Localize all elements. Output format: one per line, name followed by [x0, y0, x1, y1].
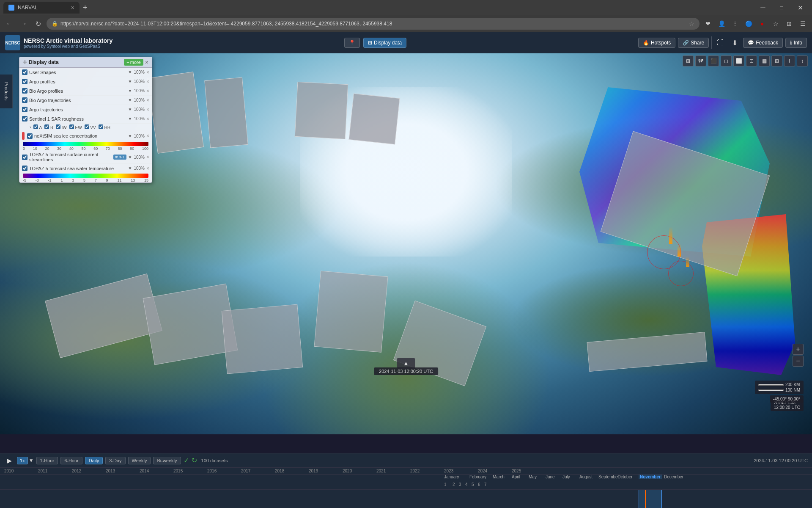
bookmark-icon[interactable]: ☆ [689, 20, 694, 27]
topaz-temp-checkbox[interactable] [22, 166, 27, 171]
browser-icon-6[interactable]: ☆ [770, 18, 782, 30]
window-close-btn[interactable]: ✕ [792, 2, 809, 14]
share-button[interactable]: 🔗 Share [678, 38, 709, 48]
browser-icon-7[interactable]: ⊞ [783, 18, 795, 30]
tool-btn-9[interactable]: T [784, 55, 795, 66]
tool-btn-10[interactable]: ↕ [797, 55, 808, 66]
bio-argo-profiles-remove[interactable]: × [146, 88, 149, 94]
extensions-icon[interactable]: ❤ [702, 18, 714, 30]
zoom-out-button[interactable]: − [793, 356, 804, 367]
sentinel-sar-checkbox[interactable] [22, 116, 27, 121]
bio-argo-traj-remove[interactable]: × [146, 97, 149, 103]
interval-daily-btn[interactable]: Daily [85, 457, 103, 464]
tool-btn-1[interactable]: ⊞ [683, 55, 694, 66]
fullscreen-button[interactable]: ⛶ [714, 37, 726, 49]
user-shapes-remove[interactable]: × [146, 69, 149, 75]
profile-icon[interactable]: 👤 [716, 18, 727, 30]
browser-icon-8[interactable]: ☰ [797, 18, 809, 30]
browser-icon-5[interactable]: ● [756, 18, 768, 30]
window-restore-btn[interactable]: □ [773, 2, 790, 14]
address-bar[interactable]: 🔒 ☆ [47, 18, 700, 30]
map-container[interactable]: Products ✛ Display data + more × User Sh… [0, 53, 812, 434]
location-icon-btn[interactable]: 📍 [344, 38, 360, 48]
bio-argo-traj-opacity-icon[interactable]: ▼ [128, 98, 132, 102]
tool-btn-5[interactable]: ⬜ [733, 55, 744, 66]
tool-btn-7[interactable]: ▦ [759, 55, 770, 66]
bio-argo-traj-checkbox[interactable] [22, 97, 27, 103]
topaz-current-checkbox[interactable] [22, 155, 27, 160]
sar-subitem-a[interactable]: A [33, 124, 42, 130]
argo-profiles-remove[interactable]: × [146, 79, 149, 85]
interval-6h-btn[interactable]: 6-Hour [60, 457, 82, 464]
window-minimize-btn[interactable]: ─ [754, 2, 771, 14]
panel-close-button[interactable]: × [145, 59, 148, 65]
sar-expand-icon[interactable]: › [30, 125, 31, 130]
display-data-button[interactable]: ⊞ Display data [363, 38, 406, 48]
products-sidebar[interactable]: Products [0, 75, 13, 108]
topaz-current-remove[interactable]: × [146, 154, 149, 160]
topaz-current-opacity-icon[interactable]: ▼ [128, 155, 132, 160]
new-tab-button[interactable]: + [80, 3, 91, 12]
zoom-in-button[interactable]: + [793, 344, 804, 355]
argo-traj-opacity-icon[interactable]: ▼ [128, 107, 132, 112]
sar-subitem-b[interactable]: B [44, 124, 53, 130]
download-button[interactable]: ⬇ [729, 37, 741, 49]
speed-dropdown-icon[interactable]: ▼ [29, 458, 34, 464]
back-button[interactable]: ← [3, 18, 15, 30]
forward-button[interactable]: → [18, 18, 30, 30]
argo-profiles-opacity-icon[interactable]: ▼ [128, 79, 132, 84]
header-right: 🔥 Hotspots 🔗 Share ⛶ ⬇ 💬 Feedback ℹ Info [638, 36, 807, 49]
more-icon[interactable]: ⋮ [729, 18, 741, 30]
interval-1h-btn[interactable]: 1-Hour [36, 457, 58, 464]
tool-btn-4[interactable]: ◻ [721, 55, 732, 66]
sentinel-sar-remove[interactable]: × [146, 116, 149, 122]
info-button[interactable]: ℹ Info [785, 38, 807, 48]
sar-subitem-vv[interactable]: VV [85, 124, 96, 130]
nextsim-checkbox[interactable] [27, 133, 33, 139]
nextsim-opacity-icon[interactable]: ▼ [128, 134, 132, 138]
browser-icon-4[interactable]: 🔵 [743, 18, 754, 30]
hotspots-button[interactable]: 🔥 Hotspots [638, 38, 675, 48]
loop-btn[interactable]: ↻ [192, 456, 197, 464]
topaz-temp-remove[interactable]: × [146, 166, 149, 171]
timeline-tracks[interactable]: 2010 2011 2012 2013 2014 2015 2016 2017 … [0, 468, 812, 508]
scale-km: 200 KM [758, 382, 800, 387]
month-oct: October [617, 475, 633, 479]
argo-profiles-checkbox[interactable] [22, 79, 27, 84]
timeline-controls: ▶ 1x ▼ 1-Hour 6-Hour Daily 3-Day Weekly … [0, 453, 812, 468]
argo-traj-checkbox[interactable] [22, 107, 27, 112]
layer-row-argo-traj: Argo trajectories ▼ 100% × [19, 105, 152, 114]
feedback-button[interactable]: 💬 Feedback [743, 38, 783, 48]
topaz-temp-opacity-icon[interactable]: ▼ [128, 166, 132, 171]
tool-btn-3[interactable]: ⬛ [708, 55, 719, 66]
bio-argo-profiles-checkbox[interactable] [22, 88, 27, 94]
play-button[interactable]: ▶ [4, 456, 14, 466]
user-shapes-opacity-icon[interactable]: ▼ [128, 70, 132, 75]
bio-argo-traj-label: Bio Argo trajectories [29, 98, 126, 103]
add-more-button[interactable]: + more [124, 59, 143, 66]
tool-btn-6[interactable]: ⊡ [746, 55, 757, 66]
timeline-ruler[interactable] [0, 490, 812, 508]
interval-biweekly-btn[interactable]: Bi-weekly [153, 457, 181, 464]
nextsim-color-indicator[interactable]: | [22, 132, 25, 140]
sar-subitem-iw[interactable]: IW [56, 124, 67, 130]
tool-btn-2[interactable]: 🗺 [695, 55, 706, 66]
sentinel-sar-opacity-icon[interactable]: ▼ [128, 116, 132, 121]
user-shapes-checkbox[interactable] [22, 69, 27, 75]
drag-handle[interactable]: ✛ [23, 59, 27, 65]
bio-argo-profiles-opacity-icon[interactable]: ▼ [128, 88, 132, 93]
sar-subitem-hh[interactable]: HH [99, 124, 110, 130]
day-7: 7 [484, 482, 487, 487]
speed-1x-btn[interactable]: 1x [17, 457, 28, 464]
tool-btn-8[interactable]: ⊞ [771, 55, 782, 66]
reload-button[interactable]: ↻ [32, 18, 44, 30]
url-input[interactable] [60, 21, 686, 27]
tab-close-btn[interactable]: × [71, 4, 74, 11]
interval-3d-btn[interactable]: 3-Day [105, 457, 125, 464]
interval-weekly-btn[interactable]: Weekly [128, 457, 151, 464]
argo-traj-remove[interactable]: × [146, 107, 149, 113]
browser-tab[interactable]: NARVAL × [3, 2, 80, 14]
reload-timeline-btn[interactable]: ✓ [184, 456, 189, 464]
nextsim-remove[interactable]: × [146, 133, 149, 139]
sar-subitem-ew[interactable]: EW [69, 124, 82, 130]
